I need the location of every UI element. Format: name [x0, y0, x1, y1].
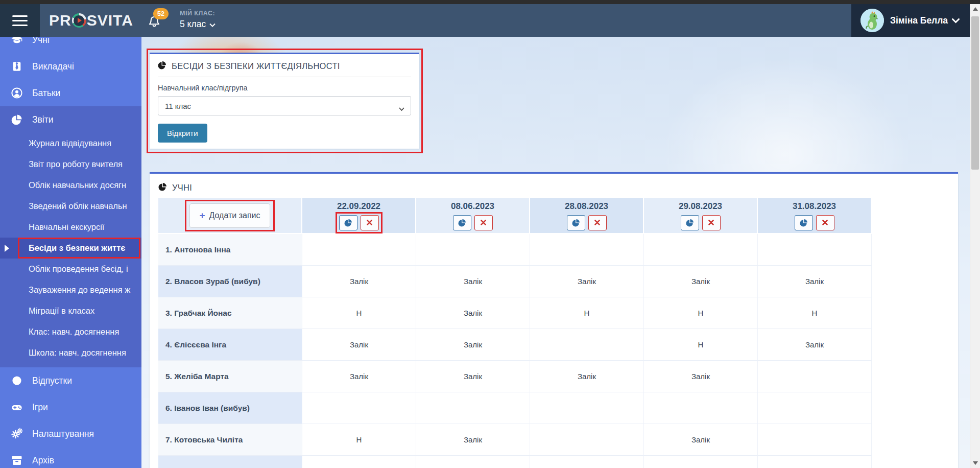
- record-value-cell: [416, 234, 530, 266]
- sidebar-item[interactable]: Ігри: [0, 394, 141, 420]
- column-date: 29.08.2023: [679, 201, 722, 212]
- record-value-cell: Залік: [302, 329, 416, 361]
- open-button[interactable]: Відкрити: [158, 124, 207, 143]
- column-date: 28.08.2023: [565, 201, 608, 212]
- record-value-cell: Залік: [644, 361, 758, 392]
- record-value-cell: Залік: [416, 424, 530, 456]
- sidebar-subitem[interactable]: Облік проведення бесід, і: [0, 259, 141, 279]
- sidebar-subitem[interactable]: Журнал відвідування: [0, 133, 141, 154]
- record-value-cell: [758, 392, 872, 424]
- select-chevron-down-icon: [399, 104, 404, 113]
- record-value-cell: Залік: [530, 266, 644, 297]
- sidebar-section-reports: ЗвітиЖурнал відвідуванняЗвіт про роботу …: [0, 106, 141, 367]
- record-value-cell: [530, 234, 644, 266]
- column-delete-button[interactable]: [816, 215, 834, 230]
- notifications-bell[interactable]: 52: [147, 14, 162, 31]
- my-class-dropdown[interactable]: МІЙ КЛАС: 5 клас: [180, 10, 216, 30]
- class-select[interactable]: 11 клас: [158, 96, 411, 115]
- pie-chart-icon: [158, 61, 166, 72]
- record-value-cell: Н: [530, 297, 644, 329]
- column-delete-button[interactable]: [474, 215, 493, 230]
- sidebar-subitem[interactable]: Школа: навч. досягнення: [0, 342, 141, 363]
- sidebar-subitem-active[interactable]: Бесіди з безпеки життє: [0, 238, 141, 259]
- gamepad-icon: [10, 401, 23, 413]
- students-card: УЧНІ +Додати запис22.09.2022 08.06.2023 …: [150, 172, 958, 468]
- record-value-cell: [302, 234, 416, 266]
- window-top-strip: [0, 0, 980, 4]
- record-value-cell-partial: [758, 456, 872, 468]
- table-header-date-cell: 08.06.2023: [416, 198, 530, 234]
- column-report-button[interactable]: [339, 215, 357, 230]
- tie-icon: [10, 60, 23, 73]
- record-value-cell: Н: [302, 297, 416, 329]
- record-value-cell: [416, 392, 530, 424]
- student-name-cell: 3. Грабчак Йонас: [158, 297, 302, 329]
- sidebar-subitem[interactable]: Зауваження до ведення ж: [0, 279, 141, 300]
- notifications-count-badge: 52: [153, 8, 169, 19]
- scroll-down-button[interactable]: [970, 458, 980, 468]
- sidebar-item[interactable]: Звіти: [0, 106, 141, 133]
- hamburger-menu-button[interactable]: [0, 4, 40, 37]
- record-value-cell: Залік: [416, 361, 530, 392]
- record-value-cell: Залік: [644, 424, 758, 456]
- sidebar-item[interactable]: Викладачі: [0, 53, 141, 80]
- table-header-date-cell: 31.08.2023: [758, 198, 872, 234]
- record-value-cell: Залік: [416, 266, 530, 297]
- column-delete-button[interactable]: [361, 215, 379, 230]
- sidebar-subitem[interactable]: Навчальні екскурсії: [0, 217, 141, 238]
- vertical-scrollbar[interactable]: [970, 4, 980, 468]
- gears-icon: [10, 428, 23, 440]
- sidebar-subitem[interactable]: Облік навчальних досягн: [0, 175, 141, 196]
- column-date: 22.09.2022: [337, 201, 380, 212]
- scroll-up-button[interactable]: [970, 4, 980, 14]
- archive-icon: [10, 454, 23, 466]
- sidebar-item[interactable]: Налаштування: [0, 420, 141, 447]
- student-name-cell-partial: [158, 456, 302, 468]
- column-date: 31.08.2023: [793, 201, 836, 212]
- user-chevron-down-icon: [952, 15, 960, 26]
- sidebar-nav: Учні Викладачі Батьки ЗвітиЖурнал відвід…: [0, 37, 141, 468]
- record-value-cell: Залік: [302, 361, 416, 392]
- sidebar-subitem[interactable]: Зведений облік навчальн: [0, 196, 141, 217]
- filter-card-title: БЕСІДИ З БЕЗПЕКИ ЖИТТЄДІЯЛЬНОСТІ: [172, 61, 340, 71]
- sidebar: Учні Викладачі Батьки ЗвітиЖурнал відвід…: [0, 37, 141, 468]
- column-report-button[interactable]: [453, 215, 471, 230]
- user-menu[interactable]: Зіміна Белла: [851, 4, 970, 37]
- record-value-cell: [530, 329, 644, 361]
- record-value-cell: Залік: [758, 329, 872, 361]
- student-name-cell: 1. Антонова Інна: [158, 234, 302, 266]
- brand-text-left: PR: [49, 12, 71, 29]
- record-value-cell: Н: [758, 297, 872, 329]
- add-record-button[interactable]: +Додати запис: [189, 203, 270, 228]
- record-value-cell: Залік: [416, 329, 530, 361]
- brand-logo: PRSVITA: [49, 4, 133, 37]
- table-header-date-cell: 29.08.2023: [644, 198, 758, 234]
- sidebar-subitem[interactable]: Клас: навч. досягнення: [0, 321, 141, 342]
- column-delete-button[interactable]: [702, 215, 721, 230]
- class-select-value: 11 клас: [165, 102, 191, 110]
- record-value-cell: Залік: [530, 361, 644, 392]
- brand-text-right: SVITA: [87, 12, 133, 29]
- record-value-cell-partial: [416, 456, 530, 468]
- table-header-date-cell: 28.08.2023: [530, 198, 644, 234]
- pie-chart-icon: [158, 182, 167, 193]
- topbar: PRSVITA 52 МІЙ КЛАС: 5 клас: [0, 4, 970, 37]
- students-card-title: УЧНІ: [172, 183, 192, 193]
- sidebar-item[interactable]: Батьки: [0, 80, 141, 106]
- student-name-cell: 5. Желіба Марта: [158, 361, 302, 392]
- scrollbar-thumb[interactable]: [971, 16, 979, 170]
- record-value-cell: [644, 234, 758, 266]
- sidebar-item[interactable]: Відпустки: [0, 367, 141, 394]
- sidebar-subitem[interactable]: Міграції в класах: [0, 300, 141, 321]
- sidebar-subitem[interactable]: Звіт про роботу вчителя: [0, 154, 141, 175]
- active-arrow-icon: [5, 245, 9, 252]
- main-content: БЕСІДИ З БЕЗПЕКИ ЖИТТЄДІЯЛЬНОСТІ Навчаль…: [141, 37, 970, 468]
- circle-icon: [10, 375, 23, 387]
- column-report-button[interactable]: [681, 215, 699, 230]
- column-report-button[interactable]: [795, 215, 813, 230]
- sidebar-item[interactable]: Архів: [0, 447, 141, 468]
- table-header-date-cell: 22.09.2022: [302, 198, 416, 234]
- sidebar-item[interactable]: Учні: [0, 37, 141, 53]
- column-delete-button[interactable]: [588, 215, 607, 230]
- column-report-button[interactable]: [567, 215, 585, 230]
